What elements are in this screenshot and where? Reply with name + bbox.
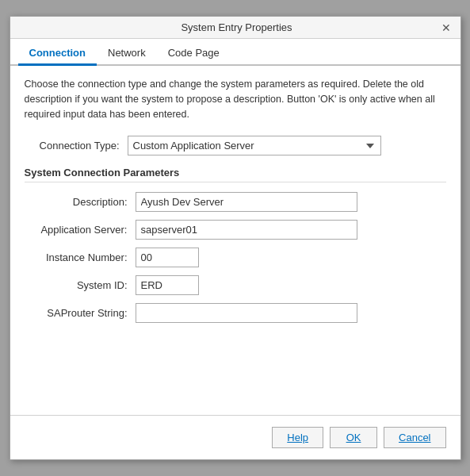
dialog-window: System Entry Properties ✕ Connection Net… — [10, 16, 461, 460]
saprouter-row: SAProuter String: — [25, 303, 446, 323]
app-server-label: Application Server: — [25, 224, 136, 236]
cancel-button[interactable]: Cancel — [384, 427, 445, 448]
ok-button[interactable]: OK — [330, 427, 377, 448]
saprouter-input[interactable] — [136, 303, 357, 323]
tab-code-page[interactable]: Code Page — [157, 42, 231, 66]
tab-bar: Connection Network Code Page — [10, 42, 460, 66]
app-server-input[interactable] — [136, 220, 357, 240]
connection-type-label: Connection Type: — [25, 140, 128, 152]
description-row: Description: — [25, 192, 446, 212]
system-id-label: System ID: — [25, 279, 136, 291]
section-title: System Connection Parameters — [25, 167, 446, 182]
close-button[interactable]: ✕ — [440, 22, 453, 33]
description-input[interactable] — [136, 192, 357, 212]
description-text: Choose the connection type and change th… — [25, 77, 446, 121]
app-server-row: Application Server: — [25, 220, 446, 240]
dialog-content: Choose the connection type and change th… — [10, 66, 460, 415]
instance-number-input[interactable] — [136, 248, 199, 267]
tab-network[interactable]: Network — [97, 42, 157, 66]
instance-number-label: Instance Number: — [25, 251, 136, 263]
connection-type-select[interactable]: Custom Application Server Message Server… — [128, 136, 381, 155]
saprouter-label: SAProuter String: — [25, 307, 136, 319]
instance-number-row: Instance Number: — [25, 248, 446, 267]
system-id-row: System ID: — [25, 275, 446, 295]
tab-connection[interactable]: Connection — [18, 42, 97, 66]
help-button[interactable]: Help — [272, 427, 323, 448]
description-label: Description: — [25, 196, 136, 208]
title-bar: System Entry Properties ✕ — [10, 17, 460, 39]
dialog-footer: Help OK Cancel — [10, 415, 460, 459]
system-id-input[interactable] — [136, 275, 199, 295]
dialog-title: System Entry Properties — [34, 21, 440, 33]
connection-type-row: Connection Type: Custom Application Serv… — [25, 136, 446, 155]
